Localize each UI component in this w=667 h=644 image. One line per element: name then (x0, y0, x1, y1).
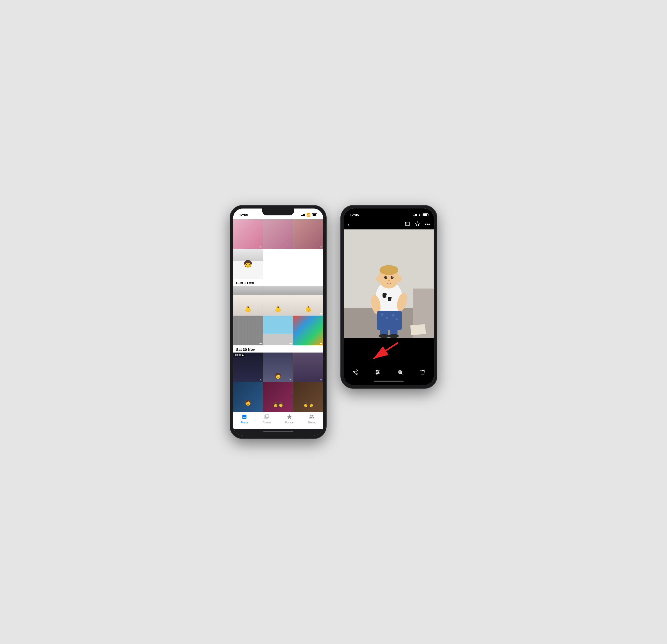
wifi-icon-right: ▲ (418, 213, 421, 216)
cast-icon[interactable] (405, 221, 410, 227)
photo-cell-video[interactable]: 00:34 ▶ ☁ (233, 353, 263, 382)
status-icons-left: 📶 (301, 213, 318, 216)
section-date-sun: Sun 1 Dec (233, 279, 323, 286)
cloud-badge: ☁ (259, 378, 262, 381)
signal-bar-3 (303, 214, 304, 216)
back-button[interactable]: ‹ (348, 222, 349, 227)
tab-sharing[interactable]: Sharing (301, 414, 323, 424)
svg-point-24 (386, 317, 388, 319)
svg-point-9 (388, 297, 390, 299)
photo-cell-baby-tv[interactable]: 🧒 ☁ (233, 249, 263, 279)
signal-bars-right (413, 214, 417, 216)
viewer-image[interactable] (344, 229, 434, 338)
photo-cell-white (263, 249, 293, 279)
photo-cell-selfie1[interactable]: 🧑 (233, 382, 263, 412)
svg-point-40 (398, 370, 402, 374)
photo-cell[interactable]: ☁ (293, 219, 323, 249)
viewer-header-right-icons: ••• (405, 221, 430, 227)
photo-cell-airport2[interactable]: ☁ (293, 353, 323, 382)
notch-right (373, 209, 405, 215)
battery-icon-right (423, 213, 428, 216)
photo-cell-baby-stand3[interactable]: 👶 ☁ (293, 286, 323, 316)
photo-row-selfie: 🧑 👩👩 👩👩 (233, 382, 323, 412)
photo-cell-airport-portrait[interactable]: 🧑 ☁ (263, 353, 293, 382)
star-icon[interactable] (415, 221, 420, 227)
photo-cell[interactable] (263, 219, 293, 249)
adjust-button[interactable] (375, 369, 380, 377)
tab-photos[interactable]: Photos (233, 414, 256, 424)
section-date-sat: Sat 30 Nov (233, 345, 323, 353)
cloud-badge: ☁ (320, 311, 322, 315)
signal-bar-2 (302, 215, 303, 216)
svg-rect-31 (410, 324, 426, 335)
svg-line-33 (373, 343, 398, 359)
tab-for-you[interactable]: For you (278, 414, 301, 424)
svg-point-16 (392, 276, 393, 277)
tab-for-you-label: For you (285, 421, 294, 424)
cloud-badge: ☁ (320, 341, 322, 344)
share-button[interactable] (352, 369, 358, 377)
photo-row-baby-tv: 🧒 ☁ (233, 249, 323, 279)
photo-cell-selfie2[interactable]: 👩👩 (263, 382, 293, 412)
svg-point-14 (391, 276, 393, 279)
home-indicator-right (344, 379, 434, 385)
status-icons-right: ▲ (413, 213, 428, 216)
photos-tab-icon (242, 414, 247, 421)
signal-bar-r1 (413, 215, 413, 216)
cloud-badge: ☁ (289, 378, 292, 381)
svg-point-25 (392, 313, 394, 317)
tab-albums[interactable]: Albums (256, 414, 278, 424)
signal-bar-r4 (416, 214, 417, 216)
home-bar-left (263, 431, 293, 432)
sharing-tab-icon (309, 414, 314, 421)
photo-cell-baby-stand1[interactable]: 👶 (233, 286, 263, 316)
photo-cell-sky[interactable]: ☁ (263, 316, 293, 345)
left-phone-screen: 12:05 📶 (233, 209, 323, 435)
more-icon[interactable]: ••• (425, 222, 430, 227)
albums-tab-icon (264, 414, 270, 421)
signal-bars (301, 214, 305, 216)
svg-point-37 (376, 370, 377, 371)
red-arrow-svg (344, 338, 434, 367)
battery-icon-left (312, 213, 317, 216)
photo-row-night: 00:34 ▶ ☁ 🧑 ☁ ☁ (233, 353, 323, 382)
svg-point-42 (399, 371, 401, 373)
viewer-toolbar (344, 368, 434, 379)
svg-point-39 (376, 373, 377, 374)
video-badge: 00:34 ▶ (234, 354, 245, 357)
red-arrow-container (344, 338, 434, 368)
photo-row-baby1: 👶 👶 👶 ☁ (233, 286, 323, 316)
right-phone: 12:05 ▲ ‹ (341, 206, 437, 388)
signal-bar-1 (301, 215, 302, 216)
cloud-badge: ☁ (320, 245, 322, 248)
home-indicator-left (233, 429, 323, 435)
for-you-tab-icon (287, 414, 292, 421)
photo-cell-gym[interactable]: ☁ (233, 316, 263, 345)
photo-cell-selfie3[interactable]: 👩👩 (293, 382, 323, 412)
trash-button[interactable] (420, 369, 425, 377)
svg-marker-0 (416, 222, 420, 226)
wifi-icon: 📶 (306, 213, 310, 216)
svg-point-12 (379, 265, 398, 275)
tab-photos-label: Photos (241, 421, 248, 424)
photos-content: ☁ ☁ 🧒 ☁ (233, 219, 323, 412)
cloud-badge: ☁ (259, 245, 262, 248)
cloud-badge: ☁ (259, 274, 262, 278)
photo-cell[interactable]: ☁ (233, 219, 263, 249)
right-phone-screen: 12:05 ▲ ‹ (344, 209, 434, 385)
cloud-badge: ☁ (320, 378, 322, 381)
photo-cell-white2 (293, 249, 323, 279)
photo-cell-baby-stand2[interactable]: 👶 (263, 286, 293, 316)
svg-point-15 (386, 276, 387, 277)
svg-point-13 (384, 276, 387, 279)
lens-button[interactable] (397, 369, 403, 377)
cloud-badge: ☁ (289, 341, 292, 344)
photo-row-misc: ☁ ☁ ☁ (233, 316, 323, 345)
svg-point-18 (376, 276, 381, 281)
svg-point-10 (390, 297, 392, 299)
cloud-badge: ☁ (259, 341, 262, 344)
svg-point-26 (395, 318, 398, 321)
baby-photo-svg (344, 229, 434, 338)
svg-point-17 (388, 280, 390, 281)
photo-cell-colorful[interactable]: ☁ (293, 316, 323, 345)
